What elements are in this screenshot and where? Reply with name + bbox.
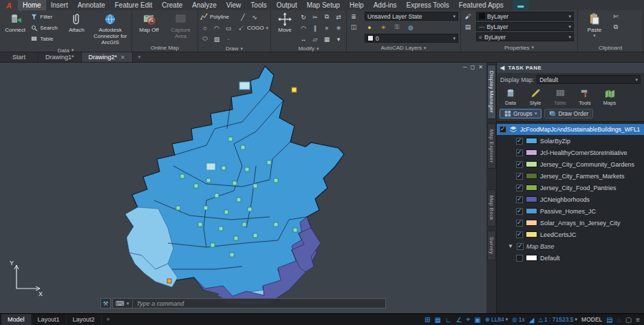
layer-checkbox[interactable] [516, 220, 523, 227]
move-button[interactable]: Move [273, 12, 297, 33]
tab-drawing1[interactable]: Drawing1* [39, 52, 82, 62]
tp-table-button[interactable]: Table [549, 87, 571, 106]
current-layer-dropdown[interactable]: 0 ▾ [365, 34, 458, 43]
snap-toggle-icon[interactable]: ▦ [434, 316, 440, 324]
command-customize-icon[interactable]: ⚒ [100, 298, 111, 308]
circle-tool-button[interactable]: ○ ◠ ▭ [200, 23, 236, 33]
tp-tools-button[interactable]: Tools [574, 87, 596, 106]
menu-tab-tools[interactable]: Tools [246, 0, 271, 10]
draw-order-button[interactable]: Draw Order [544, 109, 593, 118]
menu-tab-express-tools[interactable]: Express Tools [402, 0, 454, 10]
layer-checkbox[interactable] [516, 196, 523, 203]
tab-start[interactable]: Start [0, 52, 39, 62]
menu-tab-feature-edit[interactable]: Feature Edit [110, 0, 157, 10]
panel-label-modify[interactable]: Modify▾ [271, 45, 346, 52]
isolate-objects-icon[interactable]: ◌ [617, 316, 621, 324]
tab-map-explorer[interactable]: Map Explorer [487, 123, 496, 169]
table-button[interactable]: Table [30, 34, 62, 44]
viewport-scale-control[interactable]: △ 1 : 71523.5 ▾ [538, 316, 577, 323]
search-button[interactable]: Search [30, 23, 62, 33]
osnap-toggle-icon[interactable]: ⌖ [466, 315, 471, 324]
filter-button[interactable]: Filter [30, 12, 62, 22]
tree-row[interactable]: SolarByZip [497, 135, 644, 147]
close-window-icon[interactable]: ✕ [478, 64, 483, 70]
tree-row[interactable]: JCNeighborhoods [497, 193, 644, 205]
ellipse-tool-button[interactable]: ⬭ ▨ · [200, 34, 236, 44]
layer-thaw-icon[interactable]: ☀ [378, 23, 388, 32]
menu-tab-create[interactable]: Create [157, 0, 187, 10]
layer-on-icon[interactable]: ● [365, 23, 374, 32]
layer-state-dropdown[interactable]: Unsaved Layer State ▾ [365, 12, 458, 21]
connect-button[interactable]: Connect [2, 12, 28, 33]
new-layout-button[interactable]: + [102, 314, 115, 325]
default-checkbox[interactable] [516, 255, 523, 262]
ribbon-minimize-icon[interactable]: ▬ [513, 0, 529, 10]
layer-checkbox[interactable] [516, 149, 523, 156]
tree-row[interactable]: Solar_Arrays_In_Jersey_City [497, 217, 644, 229]
copy-clip-icon[interactable]: ⧉ [611, 22, 621, 32]
menu-tab-insert[interactable]: Insert [46, 0, 73, 10]
model-tab[interactable]: Model [1, 314, 32, 325]
collapse-pane-icon[interactable]: ◀ [500, 65, 505, 71]
command-line[interactable]: ⌨ ▾ Type a command [112, 298, 386, 308]
expand-caret-icon[interactable]: ▼ [508, 243, 514, 249]
layout1-tab[interactable]: Layout1 [32, 314, 67, 325]
panel-label-autocad-layers[interactable]: AutoCAD Layers▾ [347, 44, 460, 52]
modify-row-3[interactable]: ↔ ▱ ▦ ▾ [299, 34, 344, 44]
close-drawing2-icon[interactable]: ✕ [120, 54, 125, 61]
object-color-dropdown[interactable]: ByLayer ▾ [476, 12, 574, 21]
tab-survey[interactable]: Survey [487, 231, 496, 260]
panel-label-draw[interactable]: Draw▾ [198, 45, 270, 52]
tab-drawing2[interactable]: Drawing2* ✕ [82, 52, 133, 62]
modify-row-2[interactable]: ◠ ∥ × ✳ [299, 23, 344, 33]
tp-maps-button[interactable]: Maps [599, 87, 621, 106]
menu-tab-map-setup[interactable]: Map Setup [302, 0, 345, 10]
cogo-button[interactable]: COGO ▾ [238, 23, 268, 33]
layer-checkbox[interactable] [516, 231, 523, 238]
match-properties-icon[interactable]: 🖌 [463, 12, 473, 21]
polyline-button[interactable]: Polyline [200, 12, 236, 22]
layer-checkbox[interactable] [516, 161, 523, 168]
draw-extra-row[interactable]: ╱ ∿ [238, 12, 268, 22]
tree-row[interactable]: Jersey_City_Community_Gardens [497, 158, 644, 170]
display-map-dropdown[interactable]: Default ▾ [537, 75, 641, 84]
tree-row[interactable]: Passive_Homes_JC [497, 205, 644, 217]
linetype-dropdown[interactable]: — ByLayer ▾ [476, 22, 574, 31]
map-viewport[interactable] [0, 63, 486, 313]
layer-plot-icon[interactable]: ◍ [406, 23, 416, 32]
arcgis-connector-button[interactable]: Autodesk Connector for ArcGIS [92, 12, 129, 46]
tree-row[interactable]: Jersey_City_Food_Pantries [497, 182, 644, 193]
menu-tab-help[interactable]: Help [345, 0, 369, 10]
grid-toggle-icon[interactable]: ⊞ [425, 316, 430, 324]
menu-tab-view[interactable]: View [222, 0, 246, 10]
map-base-checkbox[interactable] [517, 243, 524, 250]
tree-row[interactable]: Jersey_City_Farmers_Markets [497, 170, 644, 182]
tree-root-row[interactable]: JcFoodMapJcAndSustainableBuildings_WFL1 [497, 124, 644, 135]
hardware-acceleration-icon[interactable]: ▤ [606, 316, 612, 324]
annotation-scale-control[interactable]: ◎ 1x [512, 316, 524, 323]
restore-window-icon[interactable]: ◻ [471, 64, 475, 70]
modify-row-1[interactable]: ↻ ✂ ⧉ ⇄ [299, 12, 344, 22]
tp-data-button[interactable]: Data [500, 87, 522, 106]
tree-row[interactable]: LeedCertsJC [497, 229, 644, 240]
menu-tab-output[interactable]: Output [272, 0, 302, 10]
tree-row[interactable]: Jcl-HealthyCornerStoreInitiative [497, 147, 644, 158]
layer-lock-icon[interactable]: ⚿ [392, 23, 402, 32]
layer-checkbox[interactable] [516, 173, 523, 180]
polar-toggle-icon[interactable]: ∠ [456, 316, 462, 324]
groups-button[interactable]: Groups ▾ [500, 109, 541, 118]
paste-button[interactable]: Paste ▾ [580, 12, 609, 39]
clean-screen-icon[interactable]: ▢ [625, 316, 632, 324]
attach-button[interactable]: Attach [64, 12, 89, 33]
menu-tab-annotate[interactable]: Annotate [73, 0, 110, 10]
panel-label-properties[interactable]: Properties▾ [461, 43, 577, 52]
map-base-row[interactable]: ▼ Map Base [497, 240, 644, 252]
ortho-toggle-icon[interactable]: ∟ [445, 316, 452, 324]
menu-tab-analyze[interactable]: Analyze [187, 0, 222, 10]
command-input[interactable]: Type a command [133, 300, 184, 307]
layer-checkbox[interactable] [516, 208, 523, 215]
cut-icon[interactable]: ✄ [611, 12, 621, 21]
root-checkbox[interactable] [500, 126, 506, 133]
command-tools[interactable]: ⌨ ▾ [113, 299, 133, 308]
layout2-tab[interactable]: Layout2 [67, 314, 102, 325]
